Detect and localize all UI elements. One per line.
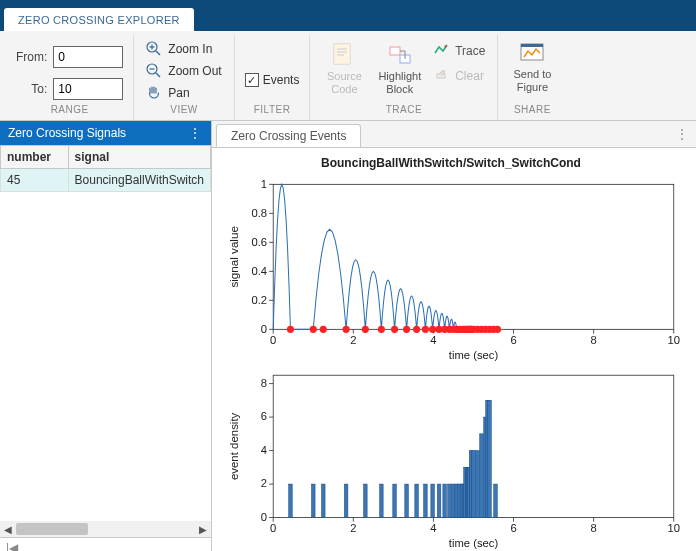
- plot-title: BouncingBallWithSwitch/Switch_SwitchCond: [216, 156, 686, 172]
- svg-rect-109: [364, 484, 368, 517]
- svg-text:2: 2: [350, 522, 356, 534]
- svg-point-51: [362, 326, 369, 333]
- svg-text:6: 6: [510, 334, 516, 346]
- ribbon-group-view: Zoom In Zoom Out Pan VIEW: [134, 35, 234, 120]
- filter-group-label: FILTER: [245, 103, 300, 118]
- svg-text:0: 0: [261, 511, 267, 523]
- svg-point-52: [378, 326, 385, 333]
- svg-rect-134: [488, 401, 492, 518]
- zoom-in-icon: [146, 41, 162, 57]
- svg-rect-112: [405, 484, 409, 517]
- svg-text:0.4: 0.4: [251, 264, 267, 276]
- scroll-left-icon[interactable]: ◀: [0, 521, 16, 537]
- events-checkbox[interactable]: ✓: [245, 73, 259, 87]
- svg-text:0: 0: [261, 322, 267, 334]
- svg-rect-110: [380, 484, 384, 517]
- highlight-block-label-2: Block: [386, 83, 413, 95]
- col-number[interactable]: number: [1, 146, 69, 169]
- pan-button[interactable]: Pan: [144, 83, 191, 103]
- tab-events[interactable]: Zero Crossing Events: [216, 124, 361, 147]
- zoom-in-button[interactable]: Zoom In: [144, 39, 214, 59]
- clear-icon: [433, 66, 449, 85]
- highlight-block-icon: [386, 41, 414, 69]
- scroll-thumb[interactable]: [16, 523, 88, 535]
- source-code-label-2: Code: [331, 83, 357, 95]
- svg-point-57: [429, 326, 436, 333]
- svg-rect-20: [273, 184, 674, 329]
- ribbon-group-range: From: To: RANGE: [6, 35, 134, 120]
- svg-text:0.2: 0.2: [251, 293, 267, 305]
- send-to-figure-button[interactable]: Send to Figure: [508, 37, 556, 95]
- svg-text:time (sec): time (sec): [449, 537, 499, 549]
- trace-group-label: TRACE: [320, 103, 487, 118]
- svg-point-49: [320, 326, 327, 333]
- left-signals-panel: Zero Crossing Signals ⋮ number signal 45…: [0, 121, 212, 551]
- col-signal[interactable]: signal: [68, 146, 210, 169]
- zoom-in-label: Zoom In: [168, 42, 212, 56]
- svg-line-1: [156, 51, 160, 55]
- trace-icon: [433, 41, 449, 60]
- pan-icon: [146, 85, 162, 101]
- send-to-figure-label-2: Figure: [517, 81, 548, 93]
- svg-rect-19: [521, 44, 543, 47]
- svg-line-5: [156, 73, 160, 77]
- svg-point-47: [287, 326, 294, 333]
- event-density-plot[interactable]: 024681002468time (sec)event density: [216, 369, 686, 551]
- svg-rect-113: [415, 484, 419, 517]
- trace-label: Trace: [455, 44, 485, 58]
- cell-number: 45: [1, 169, 69, 192]
- source-code-button[interactable]: Source Code: [320, 39, 368, 97]
- svg-text:event density: event density: [229, 413, 241, 481]
- app-tab[interactable]: ZERO CROSSING EXPLORER: [4, 8, 194, 31]
- svg-text:6: 6: [510, 522, 516, 534]
- svg-rect-131: [480, 434, 484, 518]
- svg-text:1: 1: [261, 178, 267, 190]
- svg-rect-117: [443, 484, 447, 517]
- svg-rect-115: [431, 484, 435, 517]
- svg-rect-111: [393, 484, 397, 517]
- clear-button[interactable]: Clear: [431, 64, 487, 87]
- signals-panel-menu-icon[interactable]: ⋮: [189, 126, 203, 140]
- svg-text:6: 6: [261, 410, 267, 422]
- window-titlebar: [0, 0, 696, 8]
- svg-rect-130: [476, 451, 480, 518]
- svg-text:2: 2: [350, 334, 356, 346]
- ribbon-toolbar: From: To: RANGE Zoom In Zoom Out Pan VIE…: [0, 31, 696, 121]
- svg-text:time (sec): time (sec): [449, 349, 498, 361]
- horizontal-scrollbar[interactable]: ◀ ▶: [0, 521, 211, 537]
- svg-point-48: [310, 326, 317, 333]
- zoom-out-label: Zoom Out: [168, 64, 221, 78]
- svg-rect-107: [321, 484, 325, 517]
- pan-label: Pan: [168, 86, 189, 100]
- svg-rect-12: [390, 47, 400, 55]
- svg-rect-105: [289, 484, 293, 517]
- svg-rect-108: [344, 484, 348, 517]
- zoom-out-button[interactable]: Zoom Out: [144, 61, 223, 81]
- scroll-right-icon[interactable]: ▶: [195, 521, 211, 537]
- svg-point-53: [391, 326, 398, 333]
- share-group-label: SHARE: [508, 103, 556, 118]
- events-tabrow: Zero Crossing Events ⋮: [212, 121, 696, 148]
- signals-table: number signal 45 BouncingBallWithSwitch: [0, 145, 211, 192]
- svg-rect-129: [472, 451, 476, 518]
- events-panel-menu-icon[interactable]: ⋮: [676, 127, 688, 141]
- table-row[interactable]: 45 BouncingBallWithSwitch: [1, 169, 211, 192]
- step-back-icon[interactable]: |◀: [4, 541, 20, 552]
- svg-text:8: 8: [591, 522, 597, 534]
- signal-value-plot[interactable]: 024681000.20.40.60.81time (sec)signal va…: [216, 178, 686, 363]
- from-input[interactable]: [53, 46, 123, 68]
- svg-text:4: 4: [430, 334, 437, 346]
- trace-button[interactable]: Trace: [431, 39, 487, 62]
- svg-rect-8: [334, 44, 350, 64]
- right-events-panel: Zero Crossing Events ⋮ BouncingBallWithS…: [212, 121, 696, 551]
- to-input[interactable]: [53, 78, 123, 100]
- from-label: From:: [16, 50, 47, 64]
- highlight-block-button[interactable]: Highlight Block: [374, 39, 425, 97]
- signals-panel-title: Zero Crossing Signals: [8, 126, 126, 140]
- figure-icon: [518, 39, 546, 67]
- svg-text:2: 2: [261, 477, 267, 489]
- view-group-label: VIEW: [144, 103, 223, 118]
- svg-text:10: 10: [667, 522, 680, 534]
- send-to-figure-label-1: Send to: [513, 68, 551, 80]
- svg-point-54: [403, 326, 410, 333]
